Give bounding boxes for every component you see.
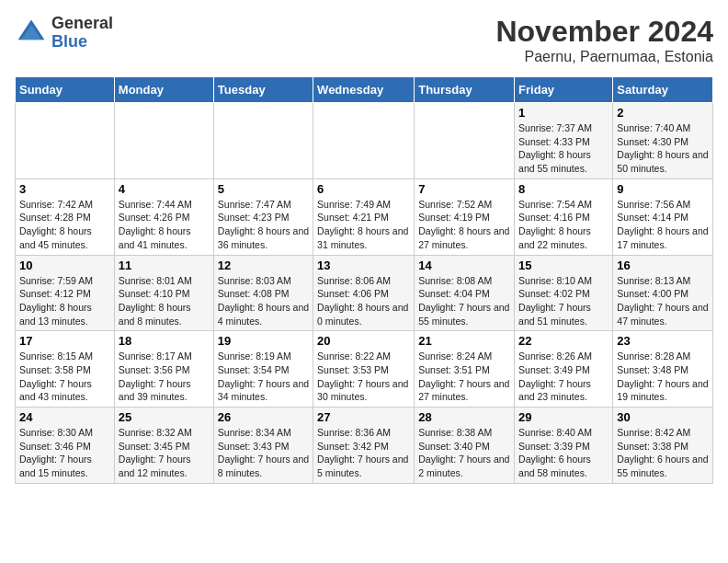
- day-info: Sunrise: 8:28 AM Sunset: 3:48 PM Dayligh…: [617, 350, 709, 404]
- month-title: November 2024: [495, 15, 713, 49]
- day-number: 1: [518, 106, 609, 120]
- day-number: 4: [119, 182, 210, 196]
- calendar-cell: 25Sunrise: 8:32 AM Sunset: 3:45 PM Dayli…: [114, 408, 213, 484]
- calendar-cell: 11Sunrise: 8:01 AM Sunset: 4:10 PM Dayli…: [114, 255, 213, 331]
- calendar-cell: [415, 103, 515, 179]
- logo-general: General: [51, 15, 113, 33]
- calendar-cell: 5Sunrise: 7:47 AM Sunset: 4:23 PM Daylig…: [213, 178, 313, 255]
- calendar-week-5: 24Sunrise: 8:30 AM Sunset: 3:46 PM Dayli…: [16, 408, 713, 484]
- calendar-cell: [16, 103, 115, 179]
- weekday-header-wednesday: Wednesday: [313, 77, 415, 103]
- calendar-week-3: 10Sunrise: 7:59 AM Sunset: 4:12 PM Dayli…: [16, 255, 713, 331]
- day-info: Sunrise: 8:13 AM Sunset: 4:00 PM Dayligh…: [617, 274, 709, 328]
- day-info: Sunrise: 7:49 AM Sunset: 4:21 PM Dayligh…: [317, 198, 410, 252]
- calendar-cell: 20Sunrise: 8:22 AM Sunset: 3:53 PM Dayli…: [313, 331, 415, 408]
- calendar-cell: 29Sunrise: 8:40 AM Sunset: 3:39 PM Dayli…: [515, 408, 613, 484]
- logo-blue: Blue: [51, 33, 113, 52]
- calendar-table: SundayMondayTuesdayWednesdayThursdayFrid…: [15, 76, 713, 484]
- calendar-cell: 22Sunrise: 8:26 AM Sunset: 3:49 PM Dayli…: [515, 331, 613, 408]
- day-number: 27: [317, 410, 410, 424]
- day-number: 17: [19, 334, 110, 348]
- calendar-cell: [313, 103, 415, 179]
- calendar-body: 1Sunrise: 7:37 AM Sunset: 4:33 PM Daylig…: [16, 103, 713, 484]
- day-number: 25: [119, 410, 210, 424]
- weekday-header-monday: Monday: [114, 77, 213, 103]
- calendar-cell: 17Sunrise: 8:15 AM Sunset: 3:58 PM Dayli…: [16, 331, 115, 408]
- day-number: 29: [518, 410, 609, 424]
- day-number: 11: [119, 259, 210, 272]
- day-info: Sunrise: 7:56 AM Sunset: 4:14 PM Dayligh…: [617, 198, 709, 252]
- day-number: 7: [418, 182, 510, 196]
- day-number: 8: [518, 182, 609, 196]
- calendar-cell: 24Sunrise: 8:30 AM Sunset: 3:46 PM Dayli…: [16, 408, 115, 484]
- calendar-cell: 4Sunrise: 7:44 AM Sunset: 4:26 PM Daylig…: [114, 178, 213, 255]
- day-info: Sunrise: 8:26 AM Sunset: 3:49 PM Dayligh…: [518, 350, 609, 404]
- calendar-cell: 19Sunrise: 8:19 AM Sunset: 3:54 PM Dayli…: [213, 331, 313, 408]
- day-info: Sunrise: 7:42 AM Sunset: 4:28 PM Dayligh…: [19, 198, 110, 252]
- day-number: 3: [19, 182, 110, 196]
- calendar-cell: 2Sunrise: 7:40 AM Sunset: 4:30 PM Daylig…: [613, 103, 713, 179]
- calendar-cell: 18Sunrise: 8:17 AM Sunset: 3:56 PM Dayli…: [114, 331, 213, 408]
- day-number: 18: [119, 334, 210, 348]
- day-info: Sunrise: 8:01 AM Sunset: 4:10 PM Dayligh…: [119, 274, 210, 328]
- logo: General Blue: [15, 15, 113, 52]
- calendar-cell: 9Sunrise: 7:56 AM Sunset: 4:14 PM Daylig…: [613, 178, 713, 255]
- day-info: Sunrise: 8:22 AM Sunset: 3:53 PM Dayligh…: [317, 350, 410, 404]
- day-info: Sunrise: 7:47 AM Sunset: 4:23 PM Dayligh…: [218, 198, 309, 252]
- day-info: Sunrise: 7:44 AM Sunset: 4:26 PM Dayligh…: [119, 198, 210, 252]
- day-info: Sunrise: 8:03 AM Sunset: 4:08 PM Dayligh…: [218, 274, 309, 328]
- calendar-week-2: 3Sunrise: 7:42 AM Sunset: 4:28 PM Daylig…: [16, 178, 713, 255]
- title-area: November 2024 Paernu, Paernumaa, Estonia: [495, 15, 713, 65]
- day-number: 2: [617, 106, 709, 120]
- day-number: 20: [317, 334, 410, 348]
- day-info: Sunrise: 8:19 AM Sunset: 3:54 PM Dayligh…: [218, 350, 309, 404]
- day-number: 5: [218, 182, 309, 196]
- weekday-header-thursday: Thursday: [415, 77, 515, 103]
- day-info: Sunrise: 7:40 AM Sunset: 4:30 PM Dayligh…: [617, 121, 709, 176]
- calendar-cell: 14Sunrise: 8:08 AM Sunset: 4:04 PM Dayli…: [415, 255, 515, 331]
- day-info: Sunrise: 8:38 AM Sunset: 3:40 PM Dayligh…: [418, 426, 510, 480]
- calendar-cell: [213, 103, 313, 179]
- day-number: 16: [617, 259, 709, 272]
- calendar-cell: 7Sunrise: 7:52 AM Sunset: 4:19 PM Daylig…: [415, 178, 515, 255]
- weekday-header-tuesday: Tuesday: [213, 77, 313, 103]
- calendar-cell: 27Sunrise: 8:36 AM Sunset: 3:42 PM Dayli…: [313, 408, 415, 484]
- logo-icon: [15, 17, 48, 50]
- day-number: 12: [218, 259, 309, 272]
- calendar-cell: 21Sunrise: 8:24 AM Sunset: 3:51 PM Dayli…: [415, 331, 515, 408]
- day-info: Sunrise: 7:59 AM Sunset: 4:12 PM Dayligh…: [19, 274, 110, 328]
- day-info: Sunrise: 7:54 AM Sunset: 4:16 PM Dayligh…: [518, 198, 609, 252]
- day-number: 6: [317, 182, 410, 196]
- calendar-cell: [114, 103, 213, 179]
- day-number: 19: [218, 334, 309, 348]
- day-info: Sunrise: 8:15 AM Sunset: 3:58 PM Dayligh…: [19, 350, 110, 404]
- day-info: Sunrise: 8:08 AM Sunset: 4:04 PM Dayligh…: [418, 274, 510, 328]
- day-info: Sunrise: 8:42 AM Sunset: 3:38 PM Dayligh…: [617, 426, 709, 480]
- calendar-cell: 16Sunrise: 8:13 AM Sunset: 4:00 PM Dayli…: [613, 255, 713, 331]
- day-number: 21: [418, 334, 510, 348]
- calendar-cell: 30Sunrise: 8:42 AM Sunset: 3:38 PM Dayli…: [613, 408, 713, 484]
- day-info: Sunrise: 8:40 AM Sunset: 3:39 PM Dayligh…: [518, 426, 609, 480]
- day-number: 15: [518, 259, 609, 272]
- location: Paernu, Paernumaa, Estonia: [495, 49, 713, 65]
- day-number: 9: [617, 182, 709, 196]
- calendar-cell: 15Sunrise: 8:10 AM Sunset: 4:02 PM Dayli…: [515, 255, 613, 331]
- weekday-header-sunday: Sunday: [16, 77, 115, 103]
- day-info: Sunrise: 7:37 AM Sunset: 4:33 PM Dayligh…: [518, 121, 609, 176]
- calendar-cell: 3Sunrise: 7:42 AM Sunset: 4:28 PM Daylig…: [16, 178, 115, 255]
- day-number: 28: [418, 410, 510, 424]
- weekday-header-friday: Friday: [515, 77, 613, 103]
- day-info: Sunrise: 7:52 AM Sunset: 4:19 PM Dayligh…: [418, 198, 510, 252]
- calendar-week-1: 1Sunrise: 7:37 AM Sunset: 4:33 PM Daylig…: [16, 103, 713, 179]
- calendar-cell: 23Sunrise: 8:28 AM Sunset: 3:48 PM Dayli…: [613, 331, 713, 408]
- day-number: 26: [218, 410, 309, 424]
- day-info: Sunrise: 8:36 AM Sunset: 3:42 PM Dayligh…: [317, 426, 410, 480]
- calendar-cell: 8Sunrise: 7:54 AM Sunset: 4:16 PM Daylig…: [515, 178, 613, 255]
- calendar-week-4: 17Sunrise: 8:15 AM Sunset: 3:58 PM Dayli…: [16, 331, 713, 408]
- day-info: Sunrise: 8:17 AM Sunset: 3:56 PM Dayligh…: [119, 350, 210, 404]
- logo-text: General Blue: [51, 15, 113, 52]
- day-number: 10: [19, 259, 110, 272]
- day-number: 22: [518, 334, 609, 348]
- weekday-header-row: SundayMondayTuesdayWednesdayThursdayFrid…: [16, 77, 713, 103]
- day-number: 23: [617, 334, 709, 348]
